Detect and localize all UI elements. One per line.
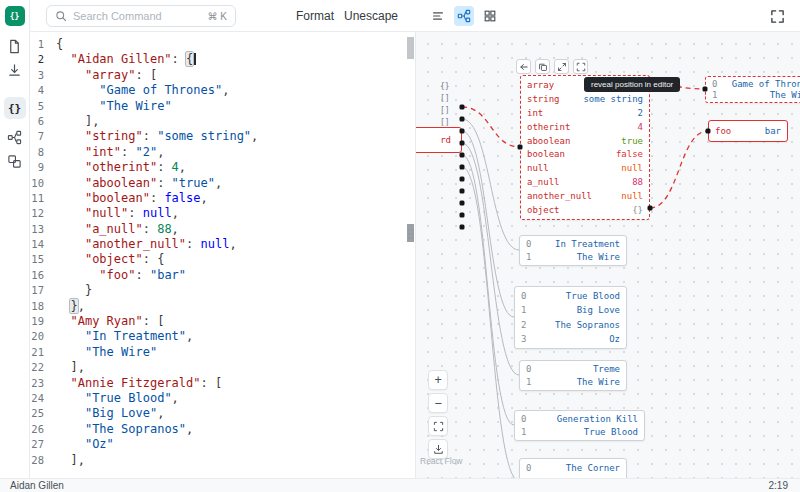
edge-handle[interactable] xyxy=(460,177,465,182)
code-line[interactable]: 21 "The Wire" xyxy=(30,345,415,360)
code-line[interactable]: 12 "null": null, xyxy=(30,206,415,221)
code-line[interactable]: 27 "Oz" xyxy=(30,437,415,452)
code-line[interactable]: 20 "In Treatment", xyxy=(30,329,415,344)
row-key: boolean xyxy=(527,149,565,159)
code-line[interactable]: 26 "The Sopranos", xyxy=(30,422,415,437)
node-aidan-array[interactable]: 0Game of Thrones1The Wire xyxy=(705,76,800,103)
code-line[interactable]: 3 "array": [ xyxy=(30,68,415,83)
code-line[interactable]: 14 "another_null": null, xyxy=(30,237,415,252)
table-view-button[interactable] xyxy=(480,6,500,26)
node-aidan-gillen[interactable]: array[]stringsome stringint2otherint4abo… xyxy=(520,75,650,220)
code-text: "The Wire" xyxy=(56,345,157,360)
row-value: 2 xyxy=(638,108,643,118)
edge-handle[interactable] xyxy=(460,117,465,122)
node-anwan-glover[interactable]: 0Treme1The Wire xyxy=(519,360,627,391)
code-line[interactable]: 6 ], xyxy=(30,114,415,129)
node-row: 0In Treatment xyxy=(520,238,626,251)
edge-handle[interactable] xyxy=(648,206,653,211)
graph-view-button[interactable] xyxy=(454,6,474,26)
download-image-button[interactable] xyxy=(428,439,448,459)
code-line[interactable]: 16 "foo": "bar" xyxy=(30,268,415,283)
edge-handle[interactable] xyxy=(460,129,465,134)
node-row: 1The Wire xyxy=(706,90,800,101)
node-alice-farmer[interactable]: 0The Corner1Oz2The Wire xyxy=(519,458,627,478)
transform-button[interactable] xyxy=(4,150,26,172)
edge-handle[interactable] xyxy=(460,165,465,170)
flow-button[interactable] xyxy=(4,126,26,148)
graph-edge-gray xyxy=(462,167,519,478)
code-line[interactable]: 13 "a_null": 88, xyxy=(30,222,415,237)
line-number: 17 xyxy=(30,283,44,298)
code-line[interactable]: 7 "string": "some string", xyxy=(30,129,415,144)
edge-handle[interactable] xyxy=(518,145,523,150)
code-editor[interactable]: 1{2 "Aidan Gillen": {3 "array": [4 "Game… xyxy=(30,32,415,478)
app-logo-icon[interactable]: {} xyxy=(5,6,25,26)
document-button[interactable] xyxy=(4,35,26,57)
code-line[interactable]: 10 "aboolean": "true", xyxy=(30,176,415,191)
copy-button[interactable] xyxy=(535,59,550,74)
node-row: 1The Wire xyxy=(520,376,626,389)
focus-node-button[interactable] xyxy=(573,59,588,74)
edge-handle[interactable] xyxy=(460,201,465,206)
edge-handle[interactable] xyxy=(706,129,711,134)
rows-view-button[interactable] xyxy=(428,6,448,26)
edge-handle[interactable] xyxy=(460,153,465,158)
editor-scrollbar-thumb[interactable] xyxy=(407,37,414,59)
code-line[interactable]: 19 "Amy Ryan": [ xyxy=(30,314,415,329)
node-row: another_nullnull xyxy=(521,189,649,203)
fullscreen-button[interactable] xyxy=(768,7,786,25)
zoom-in-button[interactable]: + xyxy=(428,370,448,390)
node-alexander-skarsgard[interactable]: 0Generation Kill1True Blood xyxy=(514,410,645,441)
edge-handle[interactable] xyxy=(703,87,708,92)
node-annie-fitzgerald[interactable]: 0True Blood1Big Love2The Sopranos3Oz xyxy=(514,286,627,349)
code-line[interactable]: 4 "Game of Thrones", xyxy=(30,83,415,98)
unescape-button[interactable]: Unescape xyxy=(344,0,398,32)
search-input[interactable] xyxy=(73,10,202,22)
node-object-foo[interactable]: foobar xyxy=(708,120,788,142)
code-line[interactable]: 5 "The Wire" xyxy=(30,99,415,114)
code-line[interactable]: 25 "Big Love", xyxy=(30,406,415,421)
node-row: object{} xyxy=(521,203,649,217)
code-line[interactable]: 18 }, xyxy=(30,299,415,314)
code-line[interactable]: 28 ], xyxy=(30,453,415,468)
edge-handle[interactable] xyxy=(460,213,465,218)
code-line[interactable]: 1{ xyxy=(30,37,415,52)
node-row: nullnull xyxy=(521,161,649,175)
format-button[interactable]: Format xyxy=(296,0,334,32)
expand-node-button[interactable] xyxy=(554,59,569,74)
edge-handle[interactable] xyxy=(460,225,465,230)
edge-handle[interactable] xyxy=(460,189,465,194)
download-button[interactable] xyxy=(4,59,26,81)
code-line[interactable]: 11 "boolean": false, xyxy=(30,191,415,206)
code-line[interactable]: 17 } xyxy=(30,283,415,298)
zoom-out-button[interactable]: − xyxy=(428,393,448,413)
graph-canvas[interactable]: {}[][][] rd reveal position in editor + xyxy=(415,32,800,478)
code-line[interactable]: 23 "Annie Fitzgerald": [ xyxy=(30,376,415,391)
code-text: } xyxy=(56,283,92,298)
back-button[interactable] xyxy=(516,59,531,74)
code-line[interactable]: 24 "True Blood", xyxy=(30,391,415,406)
editor-view-button[interactable]: {} xyxy=(4,97,26,119)
node-row: a_null88 xyxy=(521,175,649,189)
fit-view-button[interactable] xyxy=(428,416,448,436)
pane-resize-grip[interactable] xyxy=(408,229,414,239)
root-glyph-column: {}[][][] xyxy=(440,82,450,127)
edge-handle[interactable] xyxy=(460,105,465,110)
row-index: 1 xyxy=(521,427,526,437)
selected-node-path: Aidan Gillen xyxy=(10,480,64,491)
command-search[interactable]: ⌘ K xyxy=(46,5,236,27)
focus-icon xyxy=(576,62,586,72)
row-value: The Wire xyxy=(577,377,620,387)
row-value: false xyxy=(616,149,643,159)
node-amy-ryan[interactable]: 0In Treatment1The Wire xyxy=(519,235,627,266)
code-line[interactable]: 9 "otherint": 4, xyxy=(30,160,415,175)
row-index: 1 xyxy=(526,377,531,387)
edge-handle[interactable] xyxy=(460,141,465,146)
code-line[interactable]: 15 "object": { xyxy=(30,252,415,267)
code-line[interactable]: 8 "int": "2", xyxy=(30,145,415,160)
line-number: 13 xyxy=(30,222,44,237)
code-line[interactable]: 2 "Aidan Gillen": { xyxy=(30,52,415,67)
root-node-sliver[interactable]: rd xyxy=(415,127,462,153)
row-key: int xyxy=(527,108,543,118)
code-line[interactable]: 22 ], xyxy=(30,360,415,375)
